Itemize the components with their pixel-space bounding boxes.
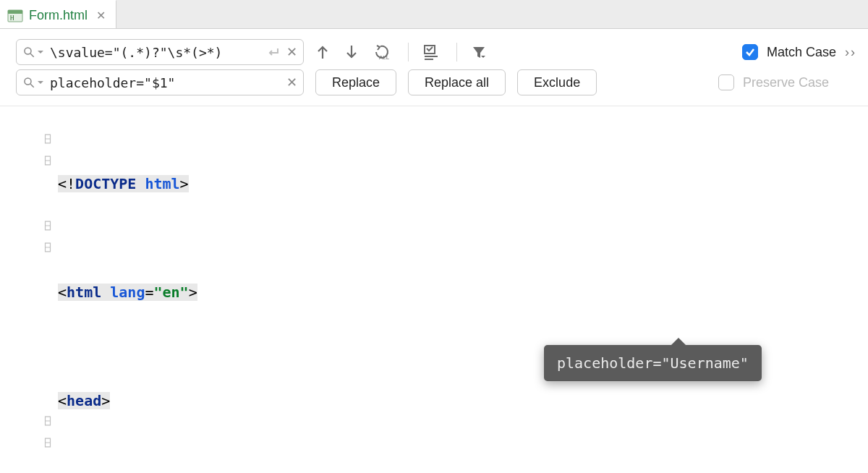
svg-point-11	[25, 78, 31, 85]
replace-dropdown-icon[interactable]	[37, 79, 44, 86]
replace-preview-tooltip: placeholder="Username"	[544, 345, 762, 381]
replace-input-box[interactable]: ✕	[16, 69, 304, 95]
fold-icon[interactable]	[42, 437, 54, 448]
replace-all-button[interactable]: Replace all	[408, 69, 506, 95]
find-replace-toolbar: ✕ ALL Match Case	[0, 29, 868, 106]
code-line[interactable]: <html lang="en">	[39, 281, 868, 303]
filter-icon[interactable]	[472, 42, 488, 62]
search-icon	[22, 76, 35, 89]
fold-icon[interactable]	[42, 133, 54, 145]
find-input[interactable]	[50, 45, 260, 60]
fold-icon[interactable]	[42, 415, 54, 427]
code-editor[interactable]: <!DOCTYPE html> <html lang="en"> <head> …	[0, 106, 868, 473]
fold-icon[interactable]	[42, 220, 54, 231]
fold-icon[interactable]	[42, 155, 54, 166]
toolbar-separator	[456, 43, 457, 61]
svg-text:H: H	[10, 14, 14, 22]
prev-match-icon[interactable]	[315, 42, 330, 62]
search-dropdown-icon[interactable]	[37, 48, 44, 56]
more-options-icon[interactable]: ››	[845, 45, 856, 60]
search-icon	[22, 46, 35, 59]
preserve-case-label: Preserve Case	[743, 75, 829, 90]
exclude-button[interactable]: Exclude	[517, 69, 597, 95]
select-all-icon[interactable]: ALL	[373, 42, 393, 62]
editor-tab[interactable]: H Form.html ✕	[0, 0, 116, 28]
preserve-case-checkbox[interactable]	[718, 74, 734, 90]
toolbar-separator	[408, 43, 409, 61]
svg-line-12	[30, 84, 34, 88]
clear-replace-icon[interactable]: ✕	[286, 74, 297, 90]
find-input-box[interactable]: ✕	[16, 39, 304, 65]
svg-rect-1	[8, 10, 22, 14]
close-tab-icon[interactable]: ✕	[93, 9, 109, 22]
svg-line-4	[30, 54, 34, 57]
code-line[interactable]: <head>	[58, 390, 868, 412]
clear-find-icon[interactable]: ✕	[286, 44, 297, 60]
html-file-icon: H	[7, 8, 23, 24]
match-case-checkbox[interactable]	[742, 44, 758, 60]
match-case-label: Match Case	[767, 45, 836, 60]
tab-bar: H Form.html ✕	[0, 0, 868, 29]
code-line[interactable]: <!DOCTYPE html>	[58, 173, 868, 195]
code-area[interactable]: <!DOCTYPE html> <html lang="en"> <head> …	[58, 106, 868, 473]
fold-icon[interactable]	[42, 242, 54, 253]
tab-label: Form.html	[29, 8, 88, 23]
newline-icon[interactable]	[266, 46, 281, 58]
replace-input[interactable]	[50, 75, 281, 90]
find-nav-icons: ALL	[315, 42, 488, 62]
svg-point-3	[25, 48, 31, 54]
svg-text:ALL: ALL	[379, 54, 390, 61]
add-selection-icon[interactable]	[423, 42, 442, 62]
next-match-icon[interactable]	[344, 42, 359, 62]
replace-button[interactable]: Replace	[315, 69, 396, 95]
